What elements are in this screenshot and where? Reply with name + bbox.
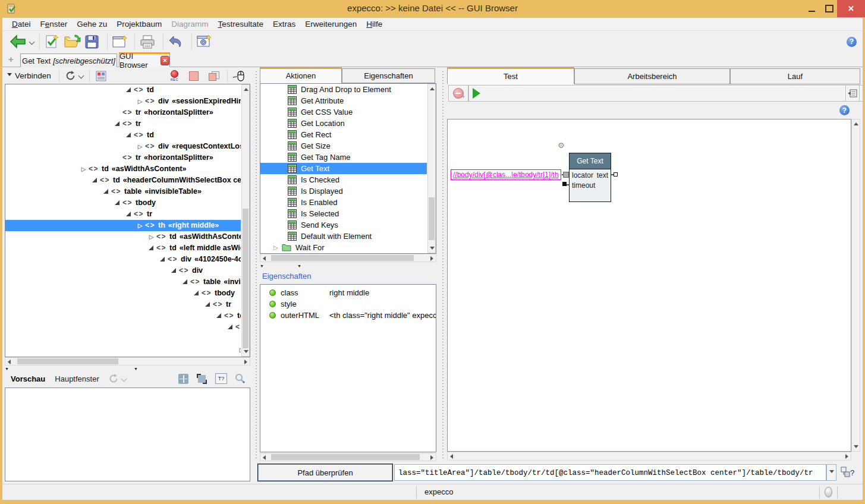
action-item-is-checked[interactable]: Is Checked (260, 174, 427, 185)
menu-item-datei[interactable]: Datei (7, 20, 36, 29)
tab-get-text[interactable]: Get Text [schreibgeschützt] (20, 53, 117, 67)
action-item-send-keys[interactable]: Send Keys (260, 219, 427, 231)
new-window-button[interactable] (112, 33, 128, 50)
expanded-arrow-icon[interactable] (113, 197, 122, 209)
remove-breakpoints-button[interactable]: + (448, 85, 468, 102)
collapsed-arrow-icon[interactable]: ▷ (136, 220, 144, 231)
action-item-default-with-element[interactable]: Default with Element (260, 231, 427, 242)
tree-item-input[interactable]: <>input« (5, 333, 241, 344)
timeout-input-pin[interactable] (562, 182, 567, 186)
tree-item-div[interactable]: ▷<>div«sessionExpiredHint» (5, 96, 241, 107)
menu-item-fenster[interactable]: Fenster (36, 20, 73, 29)
action-item-is-enabled[interactable]: Is Enabled (260, 197, 427, 208)
expanded-arrow-icon[interactable] (203, 299, 212, 310)
dock-panel-button[interactable] (845, 85, 860, 102)
action-item-wait-for[interactable]: ▷Wait For (260, 242, 427, 253)
test-help-icon[interactable]: ? (839, 105, 850, 115)
tree-item-td[interactable]: <>td (5, 310, 241, 322)
tree-item-td[interactable]: <>td«headerColumnWithSelectBox center» (5, 175, 241, 186)
collapsed-arrow-icon[interactable]: ▷ (136, 96, 144, 107)
tab-arbeitsbereich[interactable]: Arbeitsbereich (574, 68, 730, 84)
menu-item-testresultate[interactable]: Testresultate (213, 20, 268, 29)
refresh-options-chevron-icon[interactable] (78, 73, 84, 79)
preview-refresh-icon[interactable] (109, 374, 118, 383)
path-dropdown-button[interactable] (826, 464, 836, 481)
tree-item-tr[interactable]: <>tr«horizontalSplitter» (5, 107, 241, 118)
expanded-arrow-icon[interactable] (226, 322, 235, 333)
menu-item-gehe-zu[interactable]: Gehe zu (72, 20, 112, 29)
expanded-arrow-icon[interactable] (181, 276, 190, 288)
tree-item-div[interactable]: <>div«input (5, 322, 241, 333)
tree-item-div[interactable]: <>div (5, 265, 241, 276)
tree-item-th[interactable]: ▷<>th«right middle» (5, 220, 241, 231)
tree-item-div[interactable]: ▷<>div«requestContextLostSp (5, 141, 241, 152)
expanded-arrow-icon[interactable] (90, 175, 99, 186)
close-button[interactable]: ✕ (837, 0, 865, 17)
undo-button[interactable] (168, 33, 183, 50)
canvas-hscrollbar[interactable] (447, 452, 851, 461)
node-title[interactable]: Get Text (570, 153, 611, 169)
gear-icon[interactable]: ⚙ (558, 141, 565, 150)
back-history-chevron-icon[interactable] (29, 39, 35, 45)
tree-item-td[interactable]: ▷<>td«asWidthAsContent» (5, 163, 241, 175)
action-item-get-tag-name[interactable]: Get Tag Name (260, 152, 427, 163)
expanded-arrow-icon[interactable] (158, 254, 167, 265)
refresh-icon[interactable] (65, 71, 76, 81)
connect-button[interactable]: Verbinden (15, 71, 51, 80)
tab-gui-browser[interactable]: GUI Browser ✕ (119, 52, 170, 67)
stop-record-icon[interactable] (189, 71, 199, 81)
run-button[interactable] (473, 88, 486, 99)
add-tab-button[interactable]: + (8, 54, 14, 64)
canvas-vscrollbar[interactable] (851, 119, 860, 452)
tree-item-tr[interactable]: <>tr«horizontalSplitter» (5, 152, 241, 163)
expanded-arrow-icon[interactable] (192, 288, 201, 299)
tree-item-div[interactable]: <>div«4102450e-4c8f-476d- (5, 254, 241, 265)
text-inspect-icon[interactable]: T? (215, 373, 227, 384)
collapsed-arrow-icon[interactable]: ▷ (79, 163, 88, 175)
get-text-node[interactable]: Get Text locator text timeout (569, 153, 611, 202)
action-item-get-attribute[interactable]: Get Attribute (260, 95, 427, 106)
action-item-get-css-value[interactable]: Get CSS Value (260, 106, 427, 118)
action-item-is-selected[interactable]: Is Selected (260, 208, 427, 219)
settings-window-button[interactable] (196, 33, 212, 50)
tree-item-tr[interactable]: <>tr (5, 299, 241, 310)
actions-vscrollbar[interactable] (427, 84, 436, 253)
print-button[interactable] (139, 33, 156, 50)
expanded-arrow-icon[interactable] (102, 186, 111, 197)
dom-tree-vscrollbar[interactable] (241, 84, 250, 357)
record-button[interactable]: REC (171, 70, 178, 81)
diagram-canvas[interactable]: ⚙ //body/div[@clas...le/tbody/tr[1]/th G… (447, 119, 851, 452)
tree-item-td[interactable]: <>td«left middle asWidthAsCon (5, 242, 241, 254)
menu-item-diagramm[interactable]: Diagramm (166, 20, 213, 29)
action-item-get-text[interactable]: Get Text (260, 163, 427, 174)
expanded-arrow-icon[interactable] (169, 265, 178, 276)
tree-item-tr[interactable]: <>tr (5, 209, 241, 220)
tree-item-td[interactable]: ▷<>td«asWidthAsContent» (5, 231, 241, 242)
property-row-class[interactable]: classright middle (260, 287, 436, 298)
tab-close-icon[interactable]: ✕ (161, 56, 169, 65)
save-button[interactable] (84, 33, 99, 50)
path-check-icon[interactable]: ? (840, 466, 855, 481)
menu-item-extras[interactable]: Extras (268, 20, 300, 29)
expanded-arrow-icon[interactable] (124, 130, 133, 141)
properties-hscrollbar[interactable] (260, 453, 436, 461)
splitter-left-middle[interactable] (254, 69, 258, 460)
collapsed-arrow-icon[interactable]: ▷ (136, 141, 144, 152)
splitter-middle-right[interactable] (441, 69, 445, 460)
tab-test[interactable]: Test (447, 67, 574, 84)
expanded-arrow-icon[interactable] (124, 84, 133, 96)
property-row-outerHTML[interactable]: outerHTML<th class="right middle" expecc… (260, 310, 436, 321)
collapsed-arrow-icon[interactable]: ▷ (237, 344, 241, 355)
action-item-get-size[interactable]: Get Size (260, 140, 427, 152)
check-path-button[interactable]: Pfad überprüfen (257, 464, 393, 481)
property-row-style[interactable]: style (260, 298, 436, 310)
dom-tree-hscrollbar[interactable] (5, 357, 250, 366)
tree-item-table[interactable]: <>table«invisibleTable i (5, 276, 241, 288)
action-item-get-location[interactable]: Get Location (260, 118, 427, 129)
properties-splitter[interactable]: ▼▼ (260, 264, 301, 267)
select-region-icon[interactable] (197, 374, 207, 384)
tree-item-table[interactable]: <>table«invisibleTable» (5, 186, 241, 197)
preview-tab-hauptfenster[interactable]: Hauptfenster (55, 374, 99, 383)
tab-aktionen[interactable]: Aktionen (260, 67, 342, 83)
locator-input-pin[interactable] (563, 172, 569, 178)
